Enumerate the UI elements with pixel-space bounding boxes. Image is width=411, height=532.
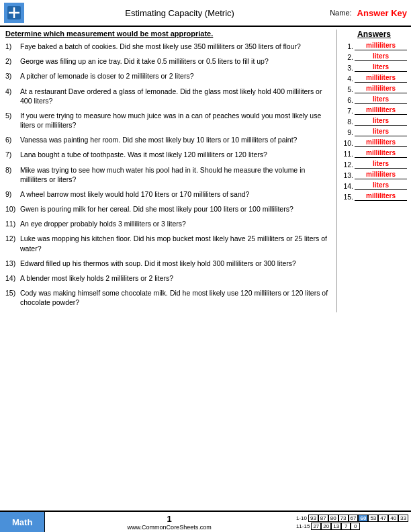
question-9: 9)A wheel barrow most likely would hold … <box>5 189 331 199</box>
answer-num: 8. <box>341 118 353 126</box>
answer-row-9: 9.liters <box>341 128 407 136</box>
question-num: 10) <box>5 204 20 214</box>
answer-row-15: 15.milliliters <box>341 192 407 201</box>
question-num: 8) <box>5 165 20 184</box>
logo <box>4 3 24 23</box>
answer-num: 7. <box>341 107 353 115</box>
answer-row-13: 13.milliliters <box>341 171 407 179</box>
page: Estimating Capacity (Metric) Name: Answe… <box>0 0 411 532</box>
question-num: 11) <box>5 219 20 228</box>
questions-area: Determine which measurement would be mos… <box>0 30 337 312</box>
answer-num: 2. <box>341 53 353 61</box>
answer-row-8: 8.liters <box>341 117 407 126</box>
question-3: 3)A pitcher of lemonade is closer to 2 m… <box>5 71 331 81</box>
answer-row-2: 2.liters <box>341 52 407 61</box>
question-num: 1) <box>5 42 20 51</box>
answer-key-label: Answer Key <box>357 8 407 18</box>
answer-value: milliliters <box>355 85 407 93</box>
question-text: A wheel barrow most likely would hold 17… <box>20 189 331 199</box>
answer-value: milliliters <box>355 106 407 115</box>
answer-value: milliliters <box>355 171 407 179</box>
answer-row-5: 5.milliliters <box>341 85 407 93</box>
question-text: George was filling up an ice tray. Did i… <box>20 56 331 66</box>
score-cell: 20 <box>321 523 331 530</box>
question-text: Luke was mopping his kitchen floor. Did … <box>20 234 331 253</box>
question-num: 5) <box>5 111 20 130</box>
question-15: 15)Cody was making himself some chocolat… <box>5 288 331 307</box>
answer-value: milliliters <box>355 192 407 201</box>
page-number: 1 <box>167 514 172 524</box>
answer-value: milliliters <box>355 149 407 158</box>
answer-num: 15. <box>341 193 353 201</box>
answer-value: liters <box>355 52 407 61</box>
question-2: 2)George was filling up an ice tray. Did… <box>5 56 331 66</box>
question-num: 2) <box>5 56 20 66</box>
answer-num: 1. <box>341 42 353 50</box>
answer-row-14: 14.liters <box>341 181 407 190</box>
score-cell: 7 <box>341 523 351 530</box>
score-row-2: 11-1527201370 <box>296 523 408 530</box>
answer-value: liters <box>355 160 407 169</box>
answer-num: 12. <box>341 161 353 169</box>
question-text: Lana bought a tube of toothpaste. Was it… <box>20 150 331 159</box>
name-label: Name: <box>330 9 351 17</box>
score-cell: 13 <box>331 523 341 530</box>
answer-num: 5. <box>341 85 353 93</box>
question-12: 12)Luke was mopping his kitchen floor. D… <box>5 234 331 253</box>
question-5: 5)If you were trying to measure how much… <box>5 111 331 130</box>
score-cell: 67 <box>349 515 359 522</box>
instructions: Determine which measurement would be mos… <box>5 30 331 38</box>
score-cell: 80 <box>328 515 338 522</box>
score-row-1: 1-1093878073676053474033 <box>296 515 408 522</box>
question-8: 8)Mike was trying to see how much water … <box>5 165 331 184</box>
score-table: 1-109387807367605347403311-1527201370 <box>293 512 411 532</box>
header: Estimating Capacity (Metric) Name: Answe… <box>0 0 411 27</box>
question-11: 11)An eye dropper probably holds 3 milli… <box>5 219 331 228</box>
answer-num: 11. <box>341 150 353 158</box>
question-num: 12) <box>5 234 20 253</box>
answer-num: 13. <box>341 171 353 179</box>
answer-row-10: 10.milliliters <box>341 138 407 147</box>
answer-value: liters <box>355 117 407 126</box>
question-text: Edward filled up his thermos with soup. … <box>20 259 331 268</box>
question-text: A pitcher of lemonade is closer to 2 mil… <box>20 71 331 81</box>
question-6: 6)Vanessa was painting her room. Did she… <box>5 135 331 144</box>
score-range-1: 1-10 <box>296 515 307 521</box>
answer-num: 10. <box>341 139 353 147</box>
footer-math-label: Math <box>0 512 45 532</box>
score-cell: 0 <box>351 523 360 530</box>
question-13: 13)Edward filled up his thermos with sou… <box>5 259 331 268</box>
answer-num: 9. <box>341 128 353 136</box>
answers-area: Answers 1.milliliters2.liters3.liters4.m… <box>337 30 411 312</box>
website: www.CommonCoreSheets.com <box>128 524 212 531</box>
answer-value: milliliters <box>355 138 407 147</box>
question-4: 4)At a restaurant Dave ordered a glass o… <box>5 87 331 105</box>
answer-row-4: 4.milliliters <box>341 74 407 83</box>
score-range-2: 11-15 <box>296 523 310 529</box>
score-cell: 40 <box>388 515 398 522</box>
score-cell: 53 <box>368 515 378 522</box>
answer-row-6: 6.liters <box>341 95 407 104</box>
question-text: A blender most likely holds 2 milliliter… <box>20 273 331 283</box>
main-content: Determine which measurement would be mos… <box>0 27 411 312</box>
score-cell: 47 <box>378 515 388 522</box>
answer-num: 3. <box>341 64 353 72</box>
question-14: 14)A blender most likely holds 2 millili… <box>5 273 331 283</box>
score-cell: 33 <box>398 515 408 522</box>
question-num: 15) <box>5 288 20 307</box>
question-text: An eye dropper probably holds 3 millilit… <box>20 219 331 228</box>
score-cell: 27 <box>311 523 321 530</box>
question-10: 10)Gwen is pouring milk for her cereal. … <box>5 204 331 214</box>
question-text: Mike was trying to see how much water hi… <box>20 165 331 184</box>
answer-value: liters <box>355 63 407 72</box>
score-cell: 87 <box>318 515 328 522</box>
question-num: 9) <box>5 189 20 199</box>
answer-value: liters <box>355 95 407 104</box>
question-num: 6) <box>5 135 20 144</box>
answer-num: 14. <box>341 182 353 190</box>
answer-value: milliliters <box>355 74 407 83</box>
answer-row-11: 11.milliliters <box>341 149 407 158</box>
answer-row-3: 3.liters <box>341 63 407 72</box>
question-text: Cody was making himself some chocolate m… <box>20 288 331 307</box>
question-num: 3) <box>5 71 20 81</box>
